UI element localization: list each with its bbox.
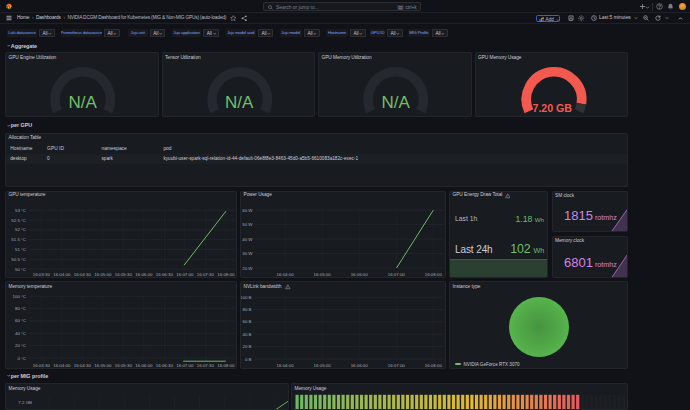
svg-text:60 °C: 60 °C [15, 318, 26, 323]
svg-text:50.5 °C: 50.5 °C [11, 256, 26, 261]
svg-text:16:05:00: 16:05:00 [94, 363, 112, 368]
svg-text:20 B: 20 B [242, 344, 251, 349]
svg-text:16:05:00: 16:05:00 [314, 272, 332, 277]
svg-text:16:06:30: 16:06:30 [156, 363, 174, 368]
svg-text:16:06:30: 16:06:30 [156, 272, 174, 277]
svg-text:60 B: 60 B [242, 319, 251, 324]
svg-text:52.5 °C: 52.5 °C [11, 217, 26, 222]
svg-text:16:06:00: 16:06:00 [135, 272, 153, 277]
svg-text:40 B: 40 B [242, 332, 251, 337]
svg-text:60 W: 60 W [242, 207, 253, 212]
svg-text:16:07:00: 16:07:00 [388, 272, 406, 277]
svg-text:100 B: 100 B [241, 295, 252, 300]
svg-text:16:05:30: 16:05:30 [115, 272, 133, 277]
svg-text:16:07:00: 16:07:00 [388, 363, 406, 368]
svg-text:7.2 GB: 7.2 GB [18, 400, 32, 405]
svg-text:52 °C: 52 °C [15, 227, 26, 232]
svg-text:16:06:00: 16:06:00 [351, 363, 369, 368]
svg-text:51 °C: 51 °C [15, 246, 26, 251]
svg-text:16:04:00: 16:04:00 [277, 272, 295, 277]
svg-text:16:06:00: 16:06:00 [351, 272, 369, 277]
svg-text:80 B: 80 B [242, 307, 251, 312]
svg-text:16:04:00: 16:04:00 [53, 363, 71, 368]
svg-text:16:08:00: 16:08:00 [425, 363, 443, 368]
svg-text:51.5 °C: 51.5 °C [11, 237, 26, 242]
svg-text:16:08:00: 16:08:00 [425, 272, 443, 277]
svg-text:16:04:00: 16:04:00 [53, 272, 71, 277]
svg-text:16:06:00: 16:06:00 [135, 363, 153, 368]
svg-text:100 °C: 100 °C [13, 294, 26, 299]
svg-text:16:07:00: 16:07:00 [176, 363, 194, 368]
svg-text:53 °C: 53 °C [15, 207, 26, 212]
svg-text:16:08:00: 16:08:00 [217, 363, 235, 368]
svg-text:16:04:30: 16:04:30 [74, 363, 92, 368]
svg-text:16:03:30: 16:03:30 [33, 272, 51, 277]
svg-text:20 W: 20 W [242, 265, 253, 270]
svg-text:80 °C: 80 °C [15, 306, 26, 311]
svg-text:16:05:30: 16:05:30 [115, 363, 133, 368]
svg-text:16:07:30: 16:07:30 [197, 272, 215, 277]
svg-text:20 °C: 20 °C [15, 343, 26, 348]
svg-text:50 W: 50 W [242, 222, 253, 227]
svg-text:16:05:00: 16:05:00 [94, 272, 112, 277]
svg-text:30 W: 30 W [242, 251, 253, 256]
svg-text:16:05:00: 16:05:00 [314, 363, 332, 368]
svg-text:16:07:30: 16:07:30 [197, 363, 215, 368]
svg-text:16:04:30: 16:04:30 [74, 272, 92, 277]
svg-text:0 B: 0 B [245, 357, 252, 362]
svg-text:16:03:30: 16:03:30 [33, 363, 51, 368]
svg-text:16:08:00: 16:08:00 [217, 272, 235, 277]
svg-text:40 °C: 40 °C [15, 331, 26, 336]
svg-text:40 W: 40 W [242, 236, 253, 241]
svg-text:16:04:00: 16:04:00 [277, 363, 295, 368]
svg-text:0 °C: 0 °C [17, 356, 26, 361]
svg-text:50 °C: 50 °C [15, 266, 26, 271]
svg-text:16:07:00: 16:07:00 [176, 272, 194, 277]
